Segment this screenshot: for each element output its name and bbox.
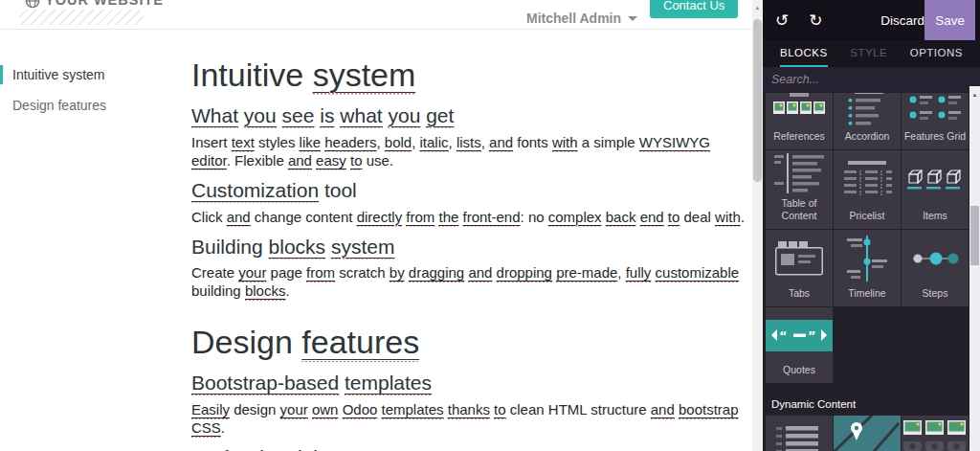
pricelist-icon: [834, 150, 901, 210]
block-tile-images[interactable]: [902, 416, 969, 451]
sidebar-item-intuitive-system[interactable]: Intuitive system: [0, 65, 187, 84]
globe-icon: [25, 0, 40, 9]
sidebar-item-design-features[interactable]: Design features: [0, 96, 187, 115]
scroll-up-arrow[interactable]: [752, 3, 763, 12]
content-p[interactable]: Insert text styles like headers, bold, i…: [191, 133, 745, 169]
undo-icon[interactable]: ↺: [775, 12, 789, 29]
panel-scrollbar[interactable]: [969, 86, 980, 451]
tabs-icon: [766, 230, 833, 287]
screen: YOUR WEBSITE Mitchell Admin Contact Us I…: [0, 0, 980, 451]
block-tile-features-grid[interactable]: Features Grid: [902, 93, 969, 149]
main-scrollbar-thumb[interactable]: [753, 19, 762, 182]
blocks-list: References Accordion Features Grid Table…: [763, 92, 969, 451]
block-tile-tabs[interactable]: Tabs: [766, 230, 833, 306]
editor-panel: ↺ ↻ Discard Save BLOCKSSTYLEOPTIONS Refe…: [763, 0, 980, 451]
items-icon: [902, 150, 969, 210]
main-scrollbar[interactable]: [752, 0, 763, 451]
form-icon: [766, 416, 833, 451]
block-label: Timeline: [846, 287, 887, 306]
table-of-content-icon: [766, 150, 833, 197]
quotes-icon: “ ”: [766, 307, 833, 364]
content-p[interactable]: Create your page from scratch by draggin…: [191, 263, 745, 300]
panel-scrollbar-thumb[interactable]: [970, 206, 979, 265]
block-tile-table-of-content[interactable]: Table of Content: [766, 150, 833, 229]
redo-icon[interactable]: ↻: [809, 12, 822, 29]
user-menu[interactable]: Mitchell Admin: [526, 11, 637, 26]
editor-toolbar: ↺ ↻ Discard Save: [763, 0, 980, 40]
block-label: Accordion: [843, 130, 892, 149]
search-bar: [763, 67, 980, 92]
search-input[interactable]: [763, 73, 980, 86]
blocks-row: Table of Content Pricelist Items: [766, 150, 969, 229]
content-h2[interactable]: What you see is what you get: [191, 103, 745, 129]
content-h1[interactable]: Design features: [191, 323, 745, 362]
page-anchor-nav: Intuitive systemDesign features: [0, 29, 187, 115]
images-icon: [902, 416, 969, 451]
svg-text:“: “: [779, 328, 788, 343]
block-tile-items[interactable]: Items: [902, 150, 969, 229]
references-icon: [766, 93, 833, 130]
block-label: Features Grid: [902, 130, 968, 149]
block-tile-form[interactable]: [766, 416, 833, 451]
content-h2[interactable]: Professional themes: [191, 445, 745, 451]
block-label: Pricelist: [848, 210, 887, 229]
editable-page-content: Intuitive systemWhat you see is what you…: [191, 29, 745, 451]
user-menu-label: Mitchell Admin: [526, 11, 621, 26]
website-canvas: YOUR WEBSITE Mitchell Admin Contact Us I…: [0, 0, 752, 451]
editor-tab-bar: BLOCKSSTYLEOPTIONS: [763, 40, 980, 67]
block-label: Quotes: [781, 364, 817, 383]
block-tile-map[interactable]: [834, 416, 901, 451]
tab-style[interactable]: STYLE: [850, 40, 887, 67]
accordion-icon: [834, 93, 901, 130]
content-p[interactable]: Click and change content directly from t…: [191, 208, 745, 226]
scroll-up-arrow[interactable]: [969, 90, 980, 100]
dynamic-content-heading: Dynamic Content: [771, 398, 969, 410]
content-h2[interactable]: Bootstrap-based templates: [191, 371, 745, 396]
content-h2[interactable]: Customization tool: [191, 178, 745, 204]
steps-icon: [902, 230, 969, 287]
logo-hatch-pattern: [19, 10, 144, 25]
blocks-row: Tabs Timeline Steps: [766, 230, 969, 306]
discard-button[interactable]: Discard: [880, 13, 924, 28]
blocks-row: References Accordion Features Grid: [766, 93, 969, 149]
tab-options[interactable]: OPTIONS: [910, 40, 963, 67]
content-h1[interactable]: Intuitive system: [191, 56, 745, 95]
block-label: References: [771, 130, 827, 149]
content-h2[interactable]: Building blocks system: [191, 235, 745, 260]
block-tile-accordion[interactable]: Accordion: [834, 93, 901, 149]
site-logo-text: YOUR WEBSITE: [45, 0, 164, 8]
block-tile-steps[interactable]: Steps: [902, 230, 969, 306]
chevron-down-icon: [628, 16, 637, 21]
block-label: Tabs: [787, 287, 812, 306]
features-grid-icon: [902, 93, 969, 130]
blocks-row: “ ” Quotes: [766, 307, 969, 383]
block-tile-quotes[interactable]: “ ” Quotes: [766, 307, 833, 383]
contact-us-button[interactable]: Contact Us: [650, 0, 738, 18]
site-logo[interactable]: YOUR WEBSITE: [25, 0, 164, 9]
block-label: Items: [921, 210, 949, 229]
tab-blocks[interactable]: BLOCKS: [780, 40, 828, 67]
block-label: Table of Content: [766, 197, 833, 229]
block-label: Steps: [921, 287, 950, 306]
content-p[interactable]: Easily design your own Odoo templates th…: [191, 400, 745, 437]
dynamic-blocks-row: [766, 416, 969, 451]
map-icon: [834, 416, 901, 451]
save-button[interactable]: Save: [924, 0, 975, 40]
block-tile-timeline[interactable]: Timeline: [834, 230, 901, 306]
block-tile-references[interactable]: References: [766, 93, 833, 149]
block-tile-pricelist[interactable]: Pricelist: [834, 150, 901, 229]
timeline-icon: [834, 230, 901, 287]
svg-text:”: ”: [808, 328, 816, 343]
